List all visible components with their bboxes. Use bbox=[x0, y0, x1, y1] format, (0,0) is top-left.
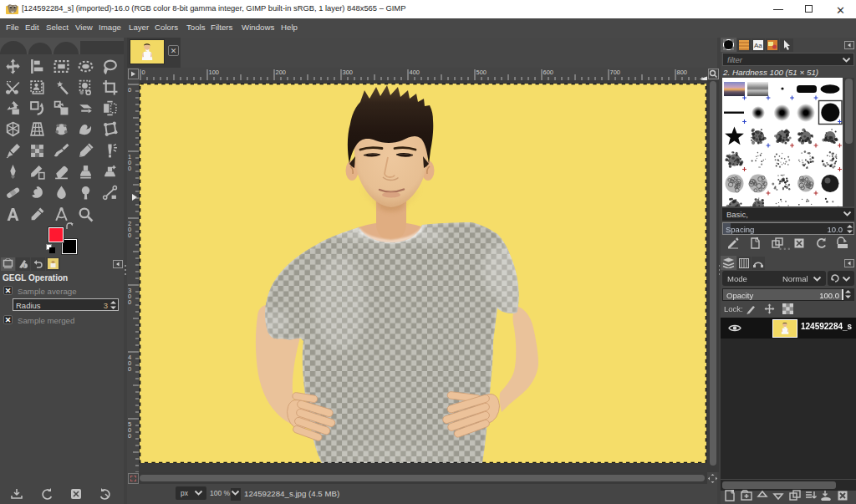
svg-text:700: 700 bbox=[610, 69, 621, 76]
svg-text:0: 0 bbox=[128, 232, 131, 239]
svg-text:400: 400 bbox=[410, 69, 420, 76]
svg-text:600: 600 bbox=[543, 69, 554, 76]
svg-text:300: 300 bbox=[343, 69, 354, 76]
svg-text:0: 0 bbox=[128, 432, 131, 440]
svg-text:i: i bbox=[24, 263, 25, 268]
svg-text:500: 500 bbox=[476, 69, 487, 76]
svg-text:800: 800 bbox=[677, 69, 688, 76]
svg-text:100: 100 bbox=[209, 69, 220, 76]
svg-text:200: 200 bbox=[276, 69, 287, 76]
svg-text:0: 0 bbox=[128, 165, 131, 172]
svg-text:0: 0 bbox=[128, 365, 131, 373]
svg-text:0: 0 bbox=[128, 86, 131, 94]
svg-text:0: 0 bbox=[128, 298, 131, 306]
svg-text:0: 0 bbox=[142, 69, 145, 76]
svg-text:Aa: Aa bbox=[754, 42, 762, 49]
